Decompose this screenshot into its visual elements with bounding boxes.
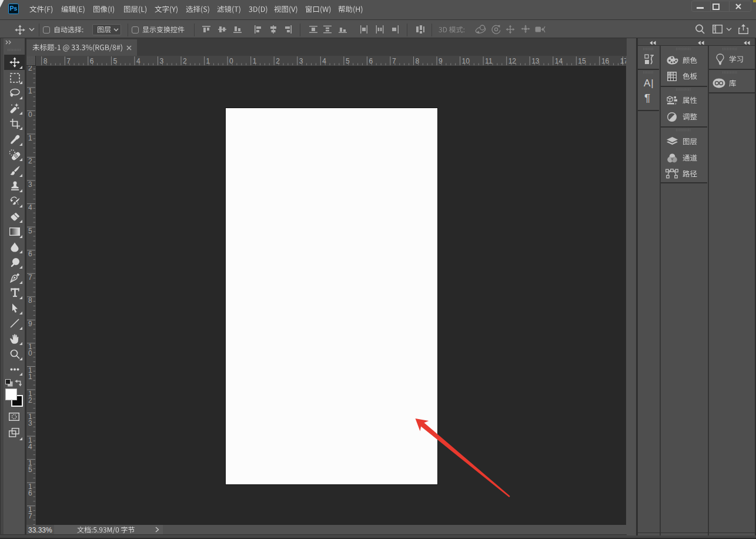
- svg-text:15: 15: [578, 57, 586, 65]
- svg-text:6: 6: [28, 489, 32, 497]
- svg-text:11: 11: [485, 57, 493, 65]
- svg-text:5: 5: [28, 227, 32, 235]
- svg-text:2: 2: [183, 57, 187, 65]
- svg-text:8: 8: [416, 57, 420, 65]
- svg-text:2: 2: [28, 66, 32, 72]
- svg-text:7: 7: [66, 57, 71, 65]
- svg-text:0: 0: [28, 111, 32, 119]
- svg-text:4: 4: [322, 57, 326, 65]
- svg-text:6: 6: [28, 250, 32, 258]
- svg-text:4: 4: [28, 203, 32, 212]
- svg-text:1: 1: [28, 87, 32, 95]
- svg-text:1: 1: [253, 57, 257, 65]
- svg-text:9: 9: [439, 57, 443, 65]
- svg-text:12: 12: [509, 57, 517, 65]
- svg-text:3: 3: [299, 57, 303, 65]
- svg-text:10: 10: [462, 57, 470, 65]
- svg-text:1: 1: [28, 373, 32, 381]
- svg-text:9: 9: [28, 320, 32, 328]
- svg-text:4: 4: [28, 443, 32, 451]
- svg-text:3: 3: [28, 180, 32, 189]
- svg-text:1: 1: [206, 57, 210, 65]
- svg-text:3: 3: [160, 57, 164, 65]
- svg-text:7: 7: [28, 512, 32, 520]
- svg-text:5: 5: [28, 466, 32, 474]
- svg-text:16: 16: [601, 57, 610, 65]
- svg-text:5: 5: [346, 57, 350, 65]
- svg-text:2: 2: [28, 396, 32, 404]
- svg-text:3: 3: [28, 419, 32, 427]
- svg-text:6: 6: [90, 57, 94, 65]
- svg-text:0: 0: [28, 349, 32, 357]
- svg-text:8: 8: [44, 57, 48, 65]
- svg-text:5: 5: [113, 57, 117, 65]
- svg-text:7: 7: [392, 57, 396, 65]
- svg-text:2: 2: [276, 57, 280, 65]
- svg-text:13: 13: [531, 57, 540, 65]
- svg-text:6: 6: [369, 57, 373, 65]
- svg-text:2: 2: [28, 157, 32, 165]
- svg-text:4: 4: [136, 57, 141, 65]
- svg-text:8: 8: [28, 296, 32, 304]
- svg-text:0: 0: [229, 57, 233, 65]
- svg-text:14: 14: [555, 57, 563, 65]
- svg-text:7: 7: [28, 273, 32, 282]
- svg-text:1: 1: [28, 134, 32, 142]
